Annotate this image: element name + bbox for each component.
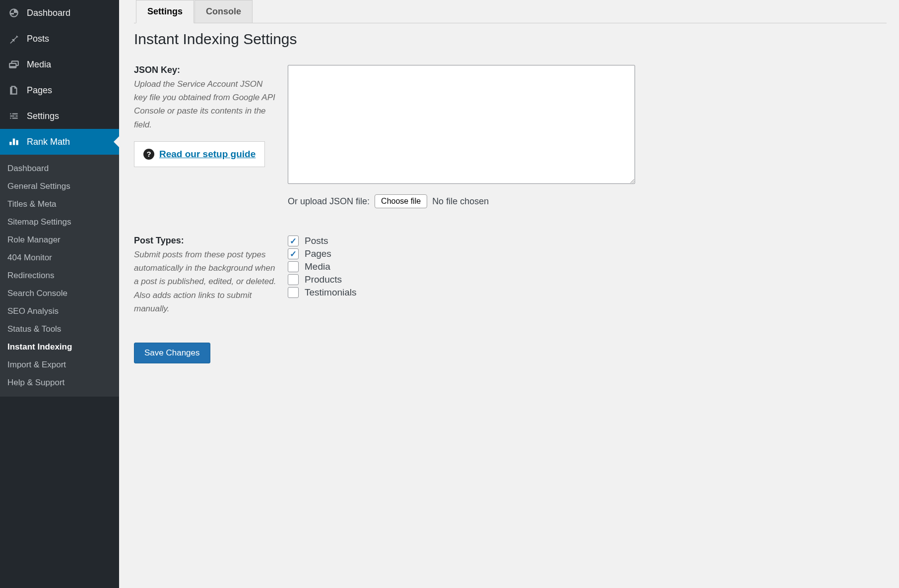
checkbox-pages[interactable] xyxy=(288,248,299,259)
save-changes-button[interactable]: Save Changes xyxy=(134,343,210,363)
submenu-item-status-tools[interactable]: Status & Tools xyxy=(0,320,119,338)
upload-row: Or upload JSON file: Choose file No file… xyxy=(288,194,887,208)
post-types-label: Post Types: xyxy=(134,235,278,246)
submenu-item-general-settings[interactable]: General Settings xyxy=(0,177,119,195)
sidebar-submenu: Dashboard General Settings Titles & Meta… xyxy=(0,155,119,397)
sidebar-item-dashboard[interactable]: Dashboard xyxy=(0,0,119,26)
post-types-description: Submit posts from these post types autom… xyxy=(134,248,278,315)
checkbox-row-testimonials: Testimonials xyxy=(288,287,887,298)
tab-settings[interactable]: Settings xyxy=(136,0,194,23)
upload-label: Or upload JSON file: xyxy=(288,196,370,207)
checkbox-row-products: Products xyxy=(288,274,887,285)
checkbox-list: Posts Pages Media Products Testimonials xyxy=(288,235,887,298)
submenu-item-import-export[interactable]: Import & Export xyxy=(0,356,119,374)
sidebar-item-label: Rank Math xyxy=(27,137,70,147)
checkbox-label: Posts xyxy=(305,235,328,246)
checkbox-testimonials[interactable] xyxy=(288,287,299,298)
sidebar-item-label: Media xyxy=(27,59,51,70)
help-icon: ? xyxy=(143,149,154,160)
submenu-item-404-monitor[interactable]: 404 Monitor xyxy=(0,249,119,267)
checkbox-products[interactable] xyxy=(288,274,299,285)
main-content: Settings Console Instant Indexing Settin… xyxy=(119,0,899,588)
sidebar-item-pages[interactable]: Pages xyxy=(0,77,119,103)
submenu-item-instant-indexing[interactable]: Instant Indexing xyxy=(0,338,119,356)
checkbox-posts[interactable] xyxy=(288,235,299,246)
checkbox-media[interactable] xyxy=(288,261,299,272)
submenu-item-seo-analysis[interactable]: SEO Analysis xyxy=(0,302,119,320)
json-key-description: Upload the Service Account JSON key file… xyxy=(134,77,278,131)
post-types-row: Post Types: Submit posts from these post… xyxy=(134,235,887,315)
settings-slider-icon xyxy=(7,110,20,122)
sidebar-item-settings[interactable]: Settings xyxy=(0,103,119,129)
chart-icon xyxy=(7,135,20,148)
submenu-item-role-manager[interactable]: Role Manager xyxy=(0,231,119,249)
checkbox-label: Pages xyxy=(305,248,331,259)
media-icon xyxy=(7,58,20,71)
submenu-item-dashboard[interactable]: Dashboard xyxy=(0,160,119,177)
submenu-item-redirections[interactable]: Redirections xyxy=(0,267,119,285)
sidebar-item-label: Settings xyxy=(27,111,59,121)
admin-sidebar: Dashboard Posts Media Pages Settings Ran… xyxy=(0,0,119,588)
checkbox-label: Testimonials xyxy=(305,287,357,298)
choose-file-button[interactable]: Choose file xyxy=(375,194,427,208)
sidebar-item-label: Dashboard xyxy=(27,8,70,18)
submenu-item-titles-meta[interactable]: Titles & Meta xyxy=(0,195,119,213)
checkbox-label: Products xyxy=(305,274,342,285)
submenu-item-help-support[interactable]: Help & Support xyxy=(0,374,119,392)
setup-guide-box: ? Read our setup guide xyxy=(134,141,265,167)
sidebar-item-media[interactable]: Media xyxy=(0,52,119,77)
sidebar-item-rank-math[interactable]: Rank Math xyxy=(0,129,119,155)
json-key-label-col: JSON Key: Upload the Service Account JSO… xyxy=(134,65,288,167)
submenu-item-search-console[interactable]: Search Console xyxy=(0,285,119,302)
json-key-label: JSON Key: xyxy=(134,65,278,75)
submenu-item-sitemap-settings[interactable]: Sitemap Settings xyxy=(0,213,119,231)
pin-icon xyxy=(7,32,20,45)
post-types-input-col: Posts Pages Media Products Testimonials xyxy=(288,235,887,298)
checkbox-row-media: Media xyxy=(288,261,887,272)
checkbox-row-posts: Posts xyxy=(288,235,887,246)
page-title: Instant Indexing Settings xyxy=(134,31,887,48)
tab-nav: Settings Console xyxy=(134,0,887,23)
json-key-row: JSON Key: Upload the Service Account JSO… xyxy=(134,65,887,208)
json-key-input-col: Or upload JSON file: Choose file No file… xyxy=(288,65,887,208)
sidebar-item-label: Pages xyxy=(27,85,52,96)
dashboard-icon xyxy=(7,6,20,19)
json-key-textarea[interactable] xyxy=(288,65,635,184)
sidebar-item-label: Posts xyxy=(27,34,49,44)
sidebar-item-posts[interactable]: Posts xyxy=(0,26,119,52)
setup-guide-link[interactable]: Read our setup guide xyxy=(159,149,256,160)
tab-console[interactable]: Console xyxy=(194,0,253,23)
checkbox-row-pages: Pages xyxy=(288,248,887,259)
no-file-text: No file chosen xyxy=(432,196,489,207)
pages-icon xyxy=(7,84,20,97)
post-types-label-col: Post Types: Submit posts from these post… xyxy=(134,235,288,315)
checkbox-label: Media xyxy=(305,261,330,272)
